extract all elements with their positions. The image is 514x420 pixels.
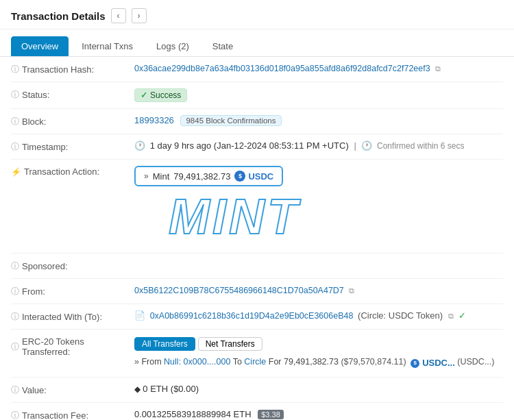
transfer-token1-link[interactable]: USDC...	[422, 356, 455, 371]
eth-icon: ◆	[134, 384, 143, 394]
row-transaction-action: ⚡ Transaction Action: » Mint 79,491,382.…	[11, 160, 503, 254]
page-title: Transaction Details	[11, 10, 106, 22]
transfer-arrow: »	[134, 357, 139, 367]
copy-icon-interacted[interactable]: ⧉	[448, 312, 454, 321]
row-sponsored: ⓘ Sponsored:	[11, 254, 503, 279]
interacted-label: ⓘ Interacted With (To):	[11, 310, 134, 323]
nav-prev-button[interactable]: ‹	[111, 8, 126, 23]
tab-internal-txns[interactable]: Internal Txns	[71, 36, 143, 56]
from-address-link[interactable]: 0x5B6122C109B78C6755486966148C1D70a50A47…	[134, 286, 344, 295]
tab-state[interactable]: State	[202, 36, 243, 56]
transfer-amount: 79,491,382.73	[284, 357, 339, 367]
transfers-area: All Transfers Net Transfers » From Null:…	[134, 337, 503, 371]
row-timestamp: ⓘ Timestamp: 🕐 1 day 9 hrs ago (Jan-12-2…	[11, 134, 503, 160]
row-interacted: ⓘ Interacted With (To): 📄 0xA0b86991c621…	[11, 304, 503, 330]
page-header: Transaction Details ‹ ›	[0, 0, 514, 29]
transfer-usdc-badge: $ USDC...	[411, 356, 455, 371]
transfer-buttons: All Transfers Net Transfers	[134, 337, 503, 351]
row-transaction-hash: ⓘ Transaction Hash: 0x36acae299db8e7a63a…	[11, 57, 503, 82]
transfer-detail-row: » From Null: 0x000....000 To Circle For …	[134, 355, 503, 371]
row-from: ⓘ From: 0x5B6122C109B78C6755486966148C1D…	[11, 279, 503, 304]
value-label: ⓘ Value:	[11, 384, 134, 396]
usdc-badge: $ USDC	[234, 171, 273, 182]
tab-logs[interactable]: Logs (2)	[146, 36, 199, 56]
interacted-address-link[interactable]: 0xA0b86991c6218b36c1d19D4a2e9Eb0cE3606eB…	[150, 311, 354, 321]
tab-overview[interactable]: Overview	[11, 36, 69, 56]
row-status: ⓘ Status: Success	[11, 82, 503, 109]
copy-icon[interactable]: ⧉	[435, 64, 441, 73]
mint-label: Mint	[153, 171, 170, 182]
question-icon-sponsored: ⓘ	[11, 260, 19, 272]
main-content: ⓘ Transaction Hash: 0x36acae299db8e7a63a…	[0, 57, 514, 420]
timestamp-label: ⓘ Timestamp:	[11, 140, 134, 153]
verified-icon: ✓	[458, 310, 466, 321]
transaction-hash-value: 0x36acae299db8e7a63a4fb03136d018f0a95a85…	[134, 63, 503, 73]
row-fee: ⓘ Transaction Fee: 0.001325583918889984 …	[11, 403, 503, 420]
from-label: ⓘ From:	[11, 285, 134, 297]
transfer-for-label: For	[269, 357, 284, 367]
timestamp-value: 🕐 1 day 9 hrs ago (Jan-12-2024 08:53:11 …	[134, 140, 503, 151]
status-label: ⓘ Status:	[11, 88, 134, 101]
usdc-small-icon: $	[411, 359, 419, 368]
question-icon-interacted: ⓘ	[11, 311, 19, 323]
clock-icon: 🕐	[134, 140, 145, 151]
clock2-icon: 🕐	[361, 140, 372, 151]
block-label: ⓘ Block:	[11, 115, 134, 127]
transfer-from-label: From	[141, 357, 161, 367]
row-erc20: ⓘ ERC-20 Tokens Transferred: All Transfe…	[11, 330, 503, 378]
transfer-token2: (USDC...)	[457, 357, 494, 367]
transfer-circle-link[interactable]: Circle	[244, 357, 266, 367]
mint-arrow: »	[144, 171, 149, 181]
lightning-icon: ⚡	[11, 167, 21, 177]
block-value: 18993326 9845 Block Confirmations	[134, 115, 503, 126]
usdc-circle-icon: $	[234, 171, 245, 182]
fee-usd-badge: $3.38	[258, 410, 284, 419]
copy-icon-from[interactable]: ⧉	[349, 286, 354, 295]
mint-big-text: MINT	[169, 192, 300, 241]
net-transfers-button[interactable]: Net Transfers	[198, 337, 262, 351]
status-value: Success	[134, 88, 503, 102]
nav-next-button[interactable]: ›	[132, 8, 147, 23]
question-icon: ⓘ	[11, 64, 19, 75]
interacted-name: (Circle: USDC Token)	[358, 310, 443, 321]
tab-bar: Overview Internal Txns Logs (2) State	[0, 29, 514, 57]
mint-box: » Mint 79,491,382.73 $ USDC	[134, 166, 283, 186]
question-icon-erc20: ⓘ	[11, 341, 19, 353]
transaction-action-value: » Mint 79,491,382.73 $ USDC MINT	[134, 166, 503, 247]
transaction-hash-label: ⓘ Transaction Hash:	[11, 63, 134, 75]
status-badge: Success	[134, 88, 187, 102]
erc20-label: ⓘ ERC-20 Tokens Transferred:	[11, 336, 134, 357]
row-value: ⓘ Value: ◆ 0 ETH ($0.00)	[11, 378, 503, 403]
all-transfers-button[interactable]: All Transfers	[134, 337, 195, 351]
question-icon-timestamp: ⓘ	[11, 141, 19, 153]
transfer-usd: ($79,570,874.11)	[341, 357, 406, 367]
transaction-action-label: ⚡ Transaction Action:	[11, 166, 134, 177]
row-block: ⓘ Block: 18993326 9845 Block Confirmatio…	[11, 109, 503, 134]
erc20-value: All Transfers Net Transfers » From Null:…	[134, 336, 503, 371]
fee-value: 0.001325583918889984 ETH $3.38	[134, 409, 503, 419]
block-confirmations: 9845 Block Confirmations	[180, 115, 281, 126]
question-icon-value: ⓘ	[11, 384, 19, 396]
transaction-hash-link[interactable]: 0x36acae299db8e7a63a4fb03136d018f0a95a85…	[134, 64, 430, 73]
question-icon-from: ⓘ	[11, 286, 19, 297]
from-value: 0x5B6122C109B78C6755486966148C1D70a50A47…	[134, 285, 503, 295]
interacted-value: 📄 0xA0b86991c6218b36c1d19D4a2e9Eb0cE3606…	[134, 310, 503, 321]
contract-icon: 📄	[134, 310, 145, 321]
block-number-link[interactable]: 18993326	[134, 115, 174, 125]
value-eth: ◆ 0 ETH ($0.00)	[134, 384, 503, 394]
question-icon-fee: ⓘ	[11, 410, 19, 420]
question-icon-status: ⓘ	[11, 89, 19, 101]
transfer-null-link[interactable]: Null: 0x000....000	[164, 357, 230, 367]
question-icon-block: ⓘ	[11, 116, 19, 127]
fee-label: ⓘ Transaction Fee:	[11, 409, 134, 420]
transfer-to-label: To	[233, 357, 242, 367]
sponsored-label: ⓘ Sponsored:	[11, 260, 134, 272]
mint-amount: 79,491,382.73	[173, 171, 230, 182]
